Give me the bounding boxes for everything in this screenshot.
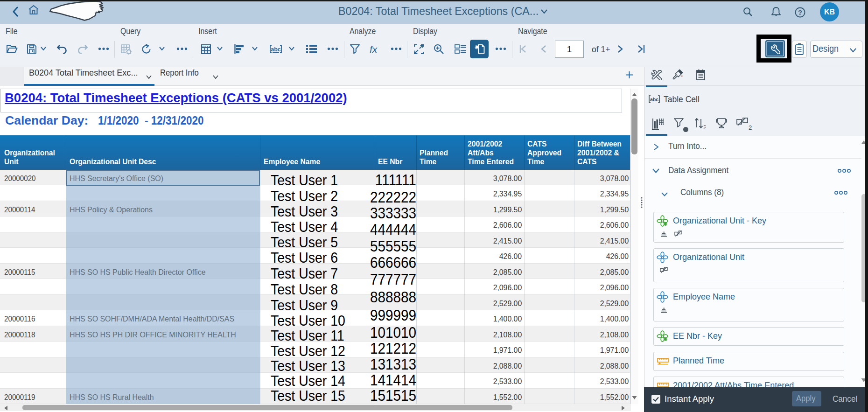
svg-text:?: ? [798, 9, 802, 16]
svg-text:2: 2 [703, 124, 706, 129]
svg-text:abc: abc [271, 46, 281, 53]
svg-text:2: 2 [749, 124, 752, 130]
svg-text:abc: abc [650, 97, 658, 102]
